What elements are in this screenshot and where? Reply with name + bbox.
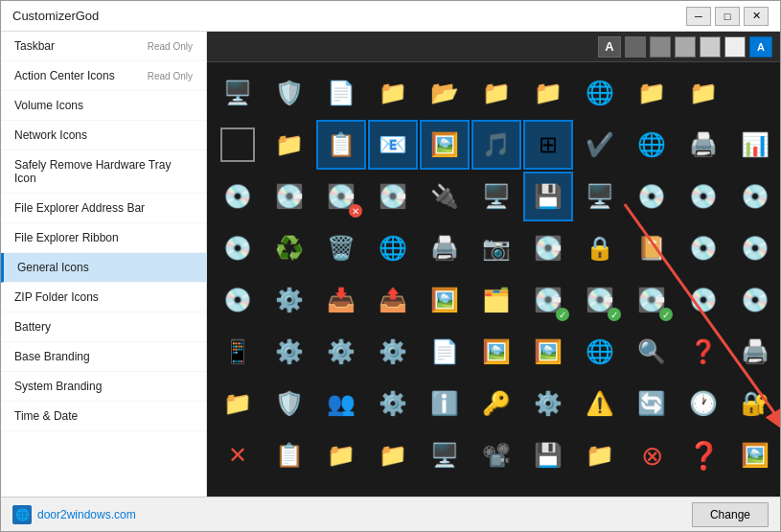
sidebar-item-file-explorer-ribbon[interactable]: File Explorer Ribbon (1, 223, 206, 253)
color-box-2[interactable] (650, 36, 671, 58)
icon-cell[interactable]: 📁 (471, 68, 521, 118)
icon-cell[interactable]: 📁 (627, 68, 677, 118)
color-box-3[interactable] (675, 36, 696, 58)
icon-cell[interactable]: 📔 (627, 223, 677, 273)
icon-cell[interactable]: 📁 (575, 430, 625, 480)
icon-cell[interactable]: ⊗ (627, 430, 677, 480)
icon-cell[interactable]: ❓ (678, 430, 728, 480)
sidebar-item-network[interactable]: Network Icons (1, 121, 206, 150)
color-box-5[interactable] (724, 36, 746, 58)
icon-cell[interactable]: 💿 (730, 275, 780, 325)
icon-cell[interactable]: ❓ (678, 327, 728, 377)
icon-cell[interactable]: ⚙️ (523, 379, 573, 428)
icon-cell[interactable]: 🔌 (420, 172, 470, 221)
icon-cell[interactable]: 📁 (523, 68, 573, 118)
icon-cell[interactable]: 🖥️ (213, 68, 263, 118)
icon-cell[interactable]: 💽✓ (627, 275, 677, 325)
icon-cell[interactable]: 💽 (368, 172, 418, 221)
icon-cell[interactable]: 🔒 (575, 223, 625, 273)
icon-cell[interactable]: 🗂️ (471, 275, 521, 325)
icon-cell[interactable]: 💽✕ (316, 172, 366, 221)
icon-cell[interactable]: ⚠️ (575, 379, 625, 428)
icon-cell[interactable]: 🎵 (471, 120, 521, 170)
icon-cell[interactable]: 🖥️ (420, 430, 470, 480)
sidebar-item-action-center[interactable]: Action Center Icons Read Only (1, 61, 206, 91)
sidebar-item-time-date[interactable]: Time & Date (1, 402, 206, 431)
icon-cell[interactable]: 👥 (316, 379, 366, 428)
icon-cell[interactable]: 💿 (627, 172, 677, 221)
close-button[interactable]: ✕ (744, 7, 769, 26)
icon-cell[interactable]: 📽️ (471, 430, 521, 480)
icon-cell[interactable]: 💽 (523, 223, 573, 273)
icon-cell[interactable]: 💿 (678, 223, 728, 273)
sidebar-item-battery[interactable]: Battery (1, 312, 206, 342)
color-box-1[interactable] (625, 36, 646, 58)
icon-cell[interactable]: 🔑 (471, 379, 521, 428)
icon-cell[interactable]: 📄 (316, 68, 366, 118)
icon-cell[interactable]: 🛡️ (264, 379, 314, 428)
toolbar-btn-a[interactable]: A (598, 36, 621, 58)
icon-cell[interactable]: 📁 (678, 68, 728, 118)
icon-cell[interactable]: 💽 (264, 172, 314, 221)
icon-cell[interactable]: 💿 (678, 172, 728, 221)
icon-cell[interactable]: ⚙️ (264, 327, 314, 377)
icon-cell[interactable]: 🖼️ (420, 120, 470, 170)
icon-cell[interactable]: 🖼️ (523, 327, 573, 377)
icon-cell[interactable]: 💿 (213, 275, 263, 325)
icon-cell[interactable]: 📁 (264, 120, 314, 170)
icon-cell[interactable]: ⊞ (523, 120, 573, 170)
icon-cell[interactable]: 📋 (264, 430, 314, 480)
icon-cell[interactable]: 🌐 (575, 68, 625, 118)
icon-cell[interactable]: 💿 (730, 223, 780, 273)
color-box-4[interactable] (700, 36, 721, 58)
icon-cell[interactable]: ✔️ (575, 120, 625, 170)
icon-cell[interactable]: 📥 (316, 275, 366, 325)
maximize-button[interactable]: □ (715, 7, 740, 26)
icon-cell[interactable]: ♻️ (264, 223, 314, 273)
icon-cell[interactable]: 📁 (316, 430, 366, 480)
icon-cell[interactable]: 📱 (213, 327, 263, 377)
icon-cell[interactable]: 📁 (368, 68, 418, 118)
icon-cell[interactable]: 📷 (471, 223, 521, 273)
toolbar-btn-a-active[interactable]: A (749, 36, 772, 58)
sidebar-item-file-explorer-address[interactable]: File Explorer Address Bar (1, 194, 206, 223)
icon-grid-container[interactable]: 🖥️ 🛡️ 📄 📁 📂 📁 📁 🌐 📁 📁 📁 (207, 62, 780, 497)
icon-cell[interactable]: 💿 (730, 172, 780, 221)
sidebar-item-base-branding[interactable]: Base Branding (1, 342, 206, 372)
icon-cell[interactable]: 🕐 (678, 379, 728, 428)
icon-cell[interactable]: ⚙️ (368, 327, 418, 377)
minimize-button[interactable]: ─ (686, 7, 711, 26)
icon-cell[interactable]: 📋 (316, 120, 366, 170)
sidebar-item-zip-folder[interactable]: ZIP Folder Icons (1, 283, 206, 312)
icon-cell[interactable]: 💾 (523, 172, 573, 221)
icon-cell[interactable]: ⚙️ (316, 327, 366, 377)
icon-cell[interactable] (730, 68, 780, 118)
sidebar-item-general-icons[interactable]: General Icons (1, 253, 206, 283)
icon-cell[interactable] (213, 120, 263, 170)
icon-cell[interactable]: 🌐 (575, 327, 625, 377)
icon-cell[interactable]: 🖨️ (730, 327, 780, 377)
icon-cell[interactable]: 📂 (420, 68, 470, 118)
sidebar-item-system-branding[interactable]: System Branding (1, 372, 206, 402)
website-link[interactable]: 🌐 door2windows.com (12, 505, 136, 524)
icon-cell[interactable]: 🖥️ (471, 172, 521, 221)
icon-cell[interactable]: 📊 (730, 120, 780, 170)
icon-cell[interactable]: 📄 (420, 327, 470, 377)
icon-cell[interactable]: 🔍 (627, 327, 677, 377)
icon-cell[interactable]: ✕ (213, 430, 263, 480)
icon-cell[interactable]: ⚙️ (264, 275, 314, 325)
icon-cell[interactable]: ⚙️ (368, 379, 418, 428)
icon-cell[interactable]: 🔐 (730, 379, 780, 428)
sidebar-item-taskbar[interactable]: Taskbar Read Only (1, 32, 206, 61)
icon-cell[interactable]: 💽✓ (523, 275, 573, 325)
icon-cell[interactable]: 🖼️ (420, 275, 470, 325)
icon-cell[interactable]: 🖨️ (420, 223, 470, 273)
icon-cell[interactable]: 🌐 (627, 120, 677, 170)
icon-cell[interactable]: 💿 (678, 275, 728, 325)
icon-cell[interactable]: 📧 (368, 120, 418, 170)
icon-cell[interactable]: 🖨️ (678, 120, 728, 170)
icon-cell[interactable]: 🗑️ (316, 223, 366, 273)
icon-cell[interactable]: 💿 (213, 172, 263, 221)
icon-cell[interactable]: 📁 (213, 379, 263, 428)
icon-cell[interactable]: 🌐 (368, 223, 418, 273)
